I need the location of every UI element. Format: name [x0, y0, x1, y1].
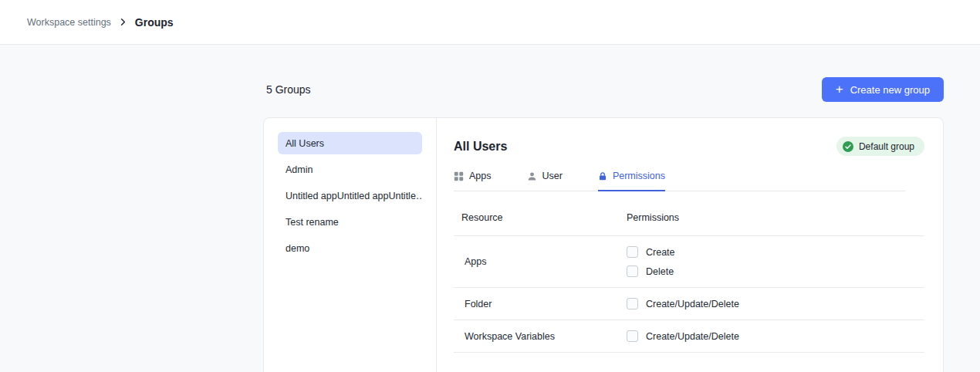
permission-checkbox-row[interactable]: Create — [627, 246, 924, 258]
resource-name: Workspace Variables — [454, 331, 627, 342]
groups-header-row: 5 Groups + Create new group — [263, 77, 944, 102]
checkbox[interactable] — [627, 265, 638, 277]
permission-checkbox-row[interactable]: Create/Update/Delete — [627, 330, 924, 342]
permission-options: Create/Update/Delete — [627, 298, 924, 309]
permissions-table-header: Resource Permissions — [454, 212, 924, 236]
permissions-column-header: Permissions — [627, 212, 924, 223]
tab-apps-label: Apps — [469, 171, 492, 181]
checkbox[interactable] — [627, 330, 638, 342]
tab-permissions-label: Permissions — [613, 171, 665, 181]
tab-apps[interactable]: Apps — [454, 171, 492, 191]
create-new-group-button[interactable]: + Create new group — [822, 77, 944, 102]
resource-name: Folder — [454, 299, 627, 309]
group-detail-header: All Users Default group — [454, 137, 924, 156]
checkbox[interactable] — [627, 298, 638, 309]
group-list-item[interactable]: All Users — [278, 132, 422, 154]
permission-row: FolderCreate/Update/Delete — [454, 288, 924, 320]
breadcrumb-current-page: Groups — [135, 16, 174, 29]
group-detail-panel: All Users Default group Apps — [437, 118, 943, 372]
breadcrumb-workspace-settings[interactable]: Workspace settings — [27, 17, 111, 28]
permission-checkbox-row[interactable]: Delete — [627, 265, 924, 277]
permission-options: Create/Update/Delete — [627, 330, 924, 342]
group-list-item[interactable]: demo — [278, 237, 422, 259]
group-list-item[interactable]: Admin — [278, 158, 422, 181]
permissions-table: Resource Permissions AppsCreateDeleteFol… — [454, 212, 924, 353]
permission-checkbox-row[interactable]: Create/Update/Delete — [627, 298, 924, 309]
lock-icon — [598, 171, 607, 181]
check-circle-icon — [843, 141, 853, 152]
permissions-table-body: AppsCreateDeleteFolderCreate/Update/Dele… — [454, 236, 924, 353]
tab-user[interactable]: User — [527, 171, 563, 191]
default-group-badge-label: Default group — [859, 141, 914, 152]
group-title: All Users — [454, 140, 507, 154]
permission-row: Workspace VariablesCreate/Update/Delete — [454, 320, 924, 353]
permission-label: Delete — [646, 266, 674, 277]
group-list: All UsersAdminUntitled appUntitled appUn… — [264, 118, 437, 372]
permission-options: CreateDelete — [627, 246, 924, 277]
group-count-label: 5 Groups — [263, 83, 311, 96]
tab-bar: Apps User Permissions — [454, 171, 905, 191]
groups-card: All UsersAdminUntitled appUntitled appUn… — [263, 117, 944, 372]
permission-label: Create/Update/Delete — [646, 299, 739, 309]
create-new-group-label: Create new group — [850, 84, 930, 96]
tab-permissions[interactable]: Permissions — [598, 171, 665, 191]
chevron-right-icon — [120, 19, 127, 25]
tab-user-label: User — [542, 171, 563, 181]
user-icon — [527, 171, 537, 181]
grid-icon — [454, 171, 464, 181]
plus-icon: + — [836, 83, 843, 96]
groups-page: 5 Groups + Create new group All UsersAdm… — [263, 77, 944, 372]
top-bar: Workspace settings Groups — [0, 0, 980, 45]
permission-row: AppsCreateDelete — [454, 236, 924, 288]
checkbox[interactable] — [627, 246, 638, 258]
permission-label: Create/Update/Delete — [646, 331, 739, 342]
group-list-item[interactable]: Test rename — [278, 211, 422, 233]
resource-name: Apps — [454, 256, 627, 267]
permission-label: Create — [646, 247, 675, 258]
group-list-item[interactable]: Untitled appUntitled appUntitle… — [278, 184, 422, 207]
default-group-badge: Default group — [836, 137, 924, 156]
resource-column-header: Resource — [454, 212, 627, 223]
